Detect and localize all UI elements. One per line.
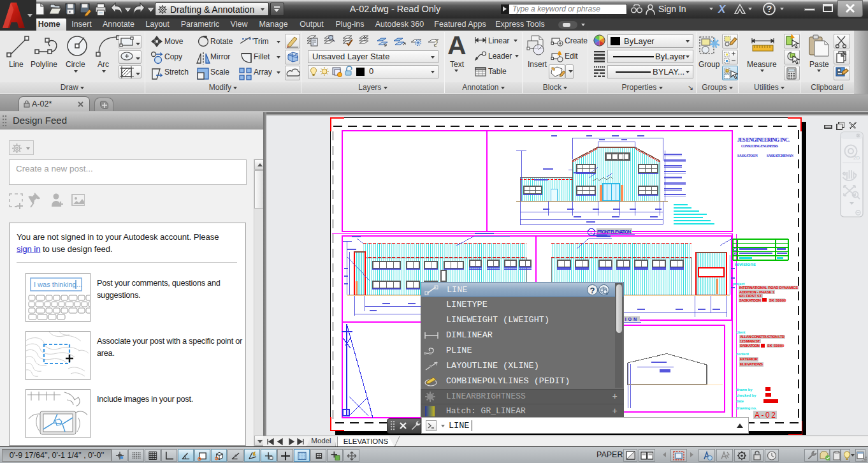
svg-text:921 FIRST ST.: 921 FIRST ST.	[739, 294, 762, 298]
svg-text:SK S0000: SK S0000	[769, 298, 786, 302]
svg-text:checked by: checked by	[736, 393, 756, 397]
svg-text:content: content	[736, 352, 749, 356]
svg-text:client: client	[736, 330, 746, 334]
svg-text:CONSULTING ENGINEERS: CONSULTING ENGINEERS	[741, 144, 778, 148]
svg-text:SASKATOON: SASKATOON	[740, 344, 760, 348]
svg-text:2D: 2D	[853, 155, 860, 161]
svg-text:SASKATCHEWAN: SASKATCHEWAN	[767, 154, 793, 158]
svg-text:EXTERIOR: EXTERIOR	[740, 356, 758, 361]
svg-text:INTERNATIONAL ROAD DYNAMICS: INTERNATIONAL ROAD DYNAMICS	[739, 286, 798, 290]
svg-text:ELEVATIONS: ELEVATIONS	[740, 362, 763, 366]
svg-text:A-02: A-02	[755, 411, 776, 420]
svg-text:I was thinking...: I was thinking...	[34, 281, 82, 288]
svg-text:SASKATOON: SASKATOON	[739, 298, 761, 302]
svg-text:JES ENGINEERING INC.: JES ENGINEERING INC.	[737, 137, 790, 143]
svg-text:revisions: revisions	[735, 261, 756, 267]
svg-text:drawing no.: drawing no.	[736, 406, 757, 410]
svg-text:ALLAN CONSTRUCTION LTD: ALLAN CONSTRUCTION LTD	[740, 335, 785, 339]
svg-text:SASKATOON: SASKATOON	[737, 154, 758, 158]
svg-text:FRONT ELEVATION: FRONT ELEVATION	[597, 230, 631, 234]
svg-text:123 MAIN ST.: 123 MAIN ST.	[740, 339, 760, 343]
svg-text:drawn by: drawn by	[736, 388, 753, 392]
svg-text:SK S0000: SK S0000	[767, 344, 784, 348]
svg-text:date: date	[736, 399, 744, 403]
